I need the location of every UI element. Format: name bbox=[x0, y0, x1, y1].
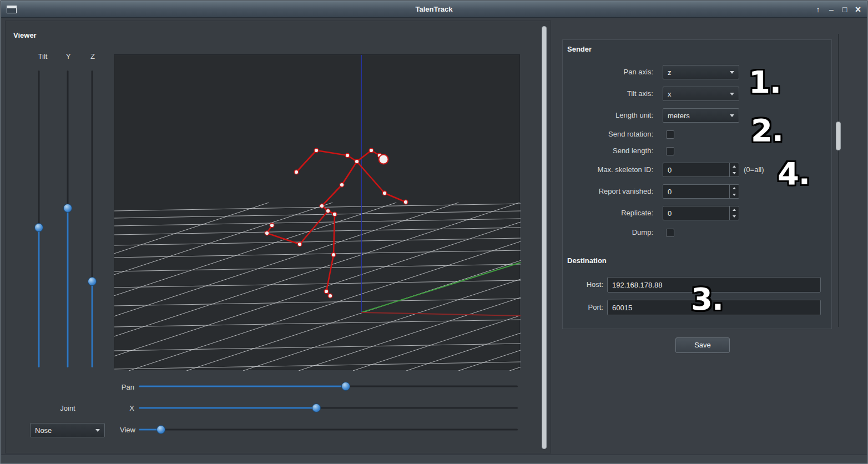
window-bottom-frame bbox=[1, 455, 867, 463]
y-slider-handle[interactable] bbox=[63, 204, 72, 213]
y-slider-label: Y bbox=[57, 52, 79, 62]
spin-up-button[interactable] bbox=[730, 185, 739, 191]
tilt-axis-label: Tilt axis: bbox=[563, 89, 653, 99]
viewer-title: Viewer bbox=[13, 31, 37, 39]
titlebar[interactable]: TalenTrack ↑ – □ × bbox=[1, 1, 867, 18]
minimize-button[interactable]: – bbox=[827, 4, 836, 14]
save-button[interactable]: Save bbox=[675, 337, 730, 353]
report-vanished-spinbox[interactable]: 0 bbox=[663, 184, 739, 199]
x-slider-fill bbox=[139, 407, 316, 409]
tilt-slider[interactable] bbox=[34, 70, 43, 367]
max-skeleton-id-label: Max. skeleton ID: bbox=[563, 165, 653, 175]
joint-label: Joint bbox=[51, 404, 84, 413]
view-slider-track[interactable] bbox=[139, 429, 518, 431]
send-length-label: Send length: bbox=[563, 146, 653, 156]
tilt-slider-label: Tilt bbox=[32, 52, 54, 62]
spin-up-button[interactable] bbox=[730, 163, 739, 170]
view-slider-label: View bbox=[102, 425, 135, 435]
max-skeleton-id-hint: (0=all) bbox=[744, 165, 764, 175]
z-slider-fill bbox=[92, 281, 93, 367]
spin-up-button[interactable] bbox=[730, 206, 739, 213]
y-slider[interactable] bbox=[63, 70, 72, 367]
pan-slider-handle[interactable] bbox=[341, 382, 350, 391]
annotation-1: 1. bbox=[749, 64, 781, 100]
maximize-button[interactable]: □ bbox=[840, 4, 849, 14]
annotation-2: 2. bbox=[751, 112, 783, 148]
send-length-checkbox[interactable] bbox=[666, 147, 674, 155]
x-slider-label: X bbox=[107, 404, 134, 413]
replicate-spinbox[interactable]: 0 bbox=[663, 206, 739, 220]
replicate-label: Replicate: bbox=[563, 208, 653, 218]
destination-title: Destination bbox=[567, 256, 607, 265]
spin-down-button[interactable] bbox=[730, 191, 739, 198]
triangle-up-icon bbox=[733, 209, 736, 211]
triangle-down-icon bbox=[733, 215, 736, 218]
view-slider[interactable] bbox=[139, 425, 518, 434]
pan-axis-select[interactable]: z bbox=[663, 65, 739, 79]
chevron-down-icon bbox=[730, 93, 734, 95]
joint-select-value: Nose bbox=[35, 426, 52, 435]
tilt-axis-select[interactable]: x bbox=[663, 87, 739, 101]
chevron-down-icon bbox=[730, 71, 734, 74]
tilt-axis-value: x bbox=[668, 90, 672, 98]
x-slider[interactable] bbox=[139, 404, 518, 412]
z-slider[interactable] bbox=[88, 70, 97, 367]
viewer-scrollbar[interactable] bbox=[542, 26, 547, 449]
send-rotation-checkbox[interactable] bbox=[666, 130, 674, 139]
sender-panel: Sender Pan axis: z Tilt axis: x Length u… bbox=[556, 21, 864, 453]
pan-slider[interactable] bbox=[139, 382, 518, 391]
sender-scrollbar-track[interactable] bbox=[838, 34, 839, 327]
window-title: TalenTrack bbox=[1, 1, 867, 18]
annotation-3: 3. bbox=[691, 281, 723, 317]
viewport-3d[interactable] bbox=[114, 54, 520, 370]
length-unit-value: meters bbox=[668, 112, 690, 120]
x-slider-handle[interactable] bbox=[312, 404, 321, 412]
pan-slider-label: Pan bbox=[107, 382, 134, 392]
rollup-button[interactable]: ↑ bbox=[814, 4, 822, 14]
view-slider-handle[interactable] bbox=[157, 425, 165, 434]
skeleton-scene bbox=[114, 55, 521, 371]
triangle-down-icon bbox=[733, 194, 736, 196]
sender-title: Sender bbox=[567, 45, 592, 53]
triangle-up-icon bbox=[733, 165, 736, 168]
send-rotation-label: Send rotation: bbox=[563, 129, 653, 139]
y-slider-fill bbox=[67, 208, 69, 367]
chevron-down-icon bbox=[730, 114, 734, 117]
dump-label: Dump: bbox=[563, 228, 653, 238]
dump-checkbox[interactable] bbox=[666, 229, 674, 237]
report-vanished-label: Report vanished: bbox=[563, 186, 653, 196]
host-label: Host: bbox=[563, 280, 603, 290]
pan-axis-label: Pan axis: bbox=[563, 67, 653, 77]
app-window: TalenTrack ↑ – □ × Viewer Tilt Y Z bbox=[0, 0, 868, 464]
pan-axis-value: z bbox=[668, 68, 672, 77]
sender-scrollbar-thumb[interactable] bbox=[836, 122, 841, 150]
joint-select[interactable]: Nose bbox=[30, 423, 105, 437]
z-slider-handle[interactable] bbox=[88, 277, 97, 286]
max-skeleton-id-spinbox[interactable]: 0 bbox=[663, 163, 739, 177]
chevron-down-icon bbox=[95, 429, 100, 432]
annotation-4: 4. bbox=[778, 155, 810, 191]
spin-down-button[interactable] bbox=[730, 170, 739, 176]
pan-slider-fill bbox=[139, 386, 346, 387]
z-slider-label: Z bbox=[82, 52, 104, 62]
viewer-panel: Viewer Tilt Y Z Pan bbox=[5, 21, 551, 453]
tilt-slider-handle[interactable] bbox=[34, 223, 43, 232]
spin-down-button[interactable] bbox=[730, 213, 739, 220]
report-vanished-value: 0 bbox=[663, 185, 729, 198]
replicate-value: 0 bbox=[663, 206, 729, 220]
close-button[interactable]: × bbox=[854, 4, 862, 14]
triangle-up-icon bbox=[733, 187, 736, 189]
max-skeleton-id-value: 0 bbox=[663, 163, 729, 176]
length-unit-select[interactable]: meters bbox=[663, 108, 739, 123]
tilt-slider-fill bbox=[38, 228, 40, 367]
length-unit-label: Length unit: bbox=[563, 110, 653, 120]
port-label: Port: bbox=[563, 302, 603, 312]
triangle-down-icon bbox=[733, 172, 736, 174]
